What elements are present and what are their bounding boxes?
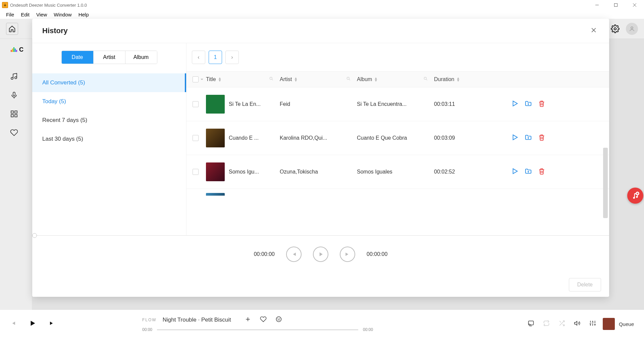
dislike-face-icon[interactable] xyxy=(275,316,282,324)
row-delete-icon[interactable] xyxy=(538,100,545,109)
queue-thumbnail[interactable] xyxy=(603,318,615,330)
window-title: Ondesoft Deezer Music Converter 1.0.0 xyxy=(10,3,87,8)
svg-point-33 xyxy=(424,77,426,79)
svg-point-14 xyxy=(276,317,281,322)
maximize-button[interactable] xyxy=(606,0,625,10)
history-modal: History Date Artist Album All Converted … xyxy=(32,19,609,297)
row-folder-icon[interactable] xyxy=(525,167,532,176)
svg-line-32 xyxy=(349,79,350,80)
page-number-1[interactable]: 1 xyxy=(209,51,222,64)
page-next-button[interactable]: › xyxy=(225,51,239,64)
row-play-icon[interactable] xyxy=(511,134,519,142)
col-duration[interactable]: Duration xyxy=(434,76,454,82)
track-album: Somos Iguales xyxy=(357,169,434,175)
equalizer-icon[interactable] xyxy=(589,320,596,328)
track-artist: Feid xyxy=(280,101,357,107)
sort-title-icon[interactable]: ▲▼ xyxy=(218,77,222,82)
svg-rect-17 xyxy=(528,321,533,325)
sort-album-icon[interactable]: ▲▼ xyxy=(374,77,378,82)
col-artist[interactable]: Artist xyxy=(280,76,292,82)
row-delete-icon[interactable] xyxy=(538,167,545,176)
add-to-playlist-icon[interactable] xyxy=(245,316,251,324)
row-checkbox[interactable] xyxy=(193,169,199,175)
volume-icon[interactable] xyxy=(574,320,581,328)
grid-nav-icon[interactable] xyxy=(10,110,18,118)
history-groupby-tabs: Date Artist Album xyxy=(61,51,157,64)
home-button[interactable] xyxy=(6,23,18,35)
player-prev-button[interactable] xyxy=(10,320,17,328)
settings-button[interactable] xyxy=(609,23,621,35)
search-artist-icon[interactable] xyxy=(346,76,351,82)
player-progress-slider[interactable] xyxy=(157,329,358,330)
svg-point-31 xyxy=(347,77,349,79)
search-title-icon[interactable] xyxy=(269,76,274,82)
sort-duration-icon[interactable]: ▲▼ xyxy=(456,77,460,82)
menu-file[interactable]: File xyxy=(3,11,17,18)
tab-artist[interactable]: Artist xyxy=(93,51,125,64)
shuffle-icon[interactable] xyxy=(558,320,565,328)
svg-rect-12 xyxy=(15,115,17,117)
row-play-icon[interactable] xyxy=(511,100,519,109)
svg-point-16 xyxy=(279,319,280,319)
player-elapsed: 00:00 xyxy=(142,327,152,332)
track-thumbnail xyxy=(206,129,225,147)
sidebar-item-today[interactable]: Today (5) xyxy=(32,92,186,111)
scrollbar-thumb[interactable] xyxy=(603,148,608,218)
col-album[interactable]: Album xyxy=(357,76,372,82)
cast-icon[interactable] xyxy=(528,320,534,328)
track-album: Si Te La Encuentra... xyxy=(357,101,434,107)
modal-play-button[interactable] xyxy=(313,247,328,262)
svg-rect-9 xyxy=(11,111,13,113)
track-title: Somos Igu... xyxy=(229,169,259,175)
delete-button[interactable]: Delete xyxy=(569,278,601,291)
menu-view[interactable]: View xyxy=(33,11,50,18)
favorites-nav-icon[interactable] xyxy=(10,129,18,137)
close-window-button[interactable] xyxy=(625,0,644,10)
page-prev-button[interactable]: ‹ xyxy=(192,51,205,64)
svg-line-30 xyxy=(272,79,273,80)
track-thumbnail xyxy=(206,162,225,181)
select-all-checkbox[interactable] xyxy=(193,76,199,82)
repeat-icon[interactable] xyxy=(543,320,550,328)
tab-date[interactable]: Date xyxy=(62,51,93,64)
menu-help[interactable]: Help xyxy=(75,11,92,18)
player-next-button[interactable] xyxy=(48,320,55,328)
sidebar-item-recent7[interactable]: Recent 7 days (5) xyxy=(32,111,186,130)
menu-window[interactable]: Window xyxy=(50,11,75,18)
menu-edit[interactable]: Edit xyxy=(17,11,33,18)
account-avatar[interactable] xyxy=(626,23,638,35)
player-total: 00:00 xyxy=(363,327,373,332)
track-duration: 00:02:52 xyxy=(434,169,491,175)
add-music-fab[interactable] xyxy=(627,188,643,204)
row-folder-icon[interactable] xyxy=(525,134,532,142)
sort-artist-icon[interactable]: ▲▼ xyxy=(294,77,298,82)
modal-prev-button[interactable] xyxy=(286,247,302,262)
queue-button[interactable]: Queue xyxy=(619,321,634,327)
podcast-nav-icon[interactable] xyxy=(10,91,18,99)
row-checkbox[interactable] xyxy=(193,135,199,141)
row-checkbox[interactable] xyxy=(193,101,199,107)
select-all-dropdown-icon[interactable] xyxy=(200,76,204,82)
track-duration: 00:03:09 xyxy=(434,135,491,141)
tab-album[interactable]: Album xyxy=(125,51,157,64)
svg-point-5 xyxy=(631,27,633,29)
search-album-icon[interactable] xyxy=(423,76,428,82)
row-delete-icon[interactable] xyxy=(538,134,545,142)
player-play-button[interactable] xyxy=(28,319,37,329)
favorite-icon[interactable] xyxy=(260,316,267,324)
sidebar-item-last30[interactable]: Last 30 days (5) xyxy=(32,130,186,148)
svg-point-4 xyxy=(614,27,616,30)
minimize-button[interactable] xyxy=(588,0,606,10)
app-icon xyxy=(2,2,8,8)
row-folder-icon[interactable] xyxy=(525,100,532,109)
flow-label: FLOW xyxy=(142,318,157,322)
track-album: Cuanto E Que Cobra xyxy=(357,135,434,141)
modal-close-button[interactable] xyxy=(588,25,599,37)
deezer-logo: C xyxy=(11,46,23,54)
row-play-icon[interactable] xyxy=(511,167,519,176)
sidebar-item-all-converted[interactable]: All Converted (5) xyxy=(32,73,186,92)
modal-next-button[interactable] xyxy=(340,247,355,262)
col-title[interactable]: Title xyxy=(206,76,216,82)
music-nav-icon[interactable] xyxy=(10,72,18,80)
track-duration: 00:03:11 xyxy=(434,101,491,107)
